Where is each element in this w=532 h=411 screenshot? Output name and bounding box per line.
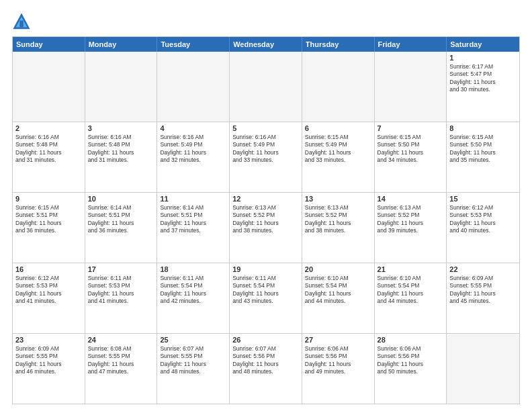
calendar-header: SundayMondayTuesdayWednesdayThursdayFrid… xyxy=(13,37,519,52)
calendar-cell xyxy=(447,334,519,404)
cell-info: Sunrise: 6:14 AM Sunset: 5:51 PM Dayligh… xyxy=(88,204,154,235)
cell-info: Sunrise: 6:11 AM Sunset: 5:54 PM Dayligh… xyxy=(232,275,299,306)
calendar-cell: 26Sunrise: 6:07 AM Sunset: 5:56 PM Dayli… xyxy=(230,334,302,404)
cell-info: Sunrise: 6:10 AM Sunset: 5:54 PM Dayligh… xyxy=(305,275,371,306)
cell-info: Sunrise: 6:07 AM Sunset: 5:56 PM Dayligh… xyxy=(232,345,299,376)
calendar-cell: 18Sunrise: 6:11 AM Sunset: 5:54 PM Dayli… xyxy=(157,263,230,333)
calendar-cell: 21Sunrise: 6:10 AM Sunset: 5:54 PM Dayli… xyxy=(375,263,447,333)
header xyxy=(12,12,520,31)
day-number: 20 xyxy=(305,265,371,273)
day-number: 18 xyxy=(160,265,226,273)
cell-info: Sunrise: 6:11 AM Sunset: 5:53 PM Dayligh… xyxy=(88,275,154,306)
calendar-cell: 28Sunrise: 6:06 AM Sunset: 5:56 PM Dayli… xyxy=(375,334,447,404)
day-number: 16 xyxy=(15,265,82,273)
calendar-cell: 27Sunrise: 6:06 AM Sunset: 5:56 PM Dayli… xyxy=(302,334,375,404)
day-number: 11 xyxy=(160,195,226,203)
calendar-cell xyxy=(302,52,375,122)
calendar-body: 1Sunrise: 6:17 AM Sunset: 5:47 PM Daylig… xyxy=(13,52,519,404)
day-number: 17 xyxy=(88,265,154,273)
weekday-header-saturday: Saturday xyxy=(447,37,519,52)
weekday-header-wednesday: Wednesday xyxy=(230,37,302,52)
day-number: 25 xyxy=(160,336,226,344)
calendar-cell: 3Sunrise: 6:16 AM Sunset: 5:48 PM Daylig… xyxy=(85,122,158,192)
weekday-header-thursday: Thursday xyxy=(302,37,375,52)
cell-info: Sunrise: 6:16 AM Sunset: 5:49 PM Dayligh… xyxy=(232,134,299,165)
calendar-row-1: 2Sunrise: 6:16 AM Sunset: 5:48 PM Daylig… xyxy=(13,122,519,192)
cell-info: Sunrise: 6:10 AM Sunset: 5:54 PM Dayligh… xyxy=(378,275,444,306)
cell-info: Sunrise: 6:15 AM Sunset: 5:51 PM Dayligh… xyxy=(15,204,82,235)
cell-info: Sunrise: 6:06 AM Sunset: 5:56 PM Dayligh… xyxy=(378,345,444,376)
calendar-cell xyxy=(230,52,302,122)
calendar-cell: 23Sunrise: 6:09 AM Sunset: 5:55 PM Dayli… xyxy=(13,334,85,404)
day-number: 2 xyxy=(15,124,82,132)
calendar-cell: 15Sunrise: 6:12 AM Sunset: 5:53 PM Dayli… xyxy=(447,193,519,263)
cell-info: Sunrise: 6:09 AM Sunset: 5:55 PM Dayligh… xyxy=(15,345,82,376)
calendar-row-3: 16Sunrise: 6:12 AM Sunset: 5:53 PM Dayli… xyxy=(13,263,519,333)
cell-info: Sunrise: 6:11 AM Sunset: 5:54 PM Dayligh… xyxy=(160,275,226,306)
cell-info: Sunrise: 6:17 AM Sunset: 5:47 PM Dayligh… xyxy=(449,63,517,94)
calendar-cell: 4Sunrise: 6:16 AM Sunset: 5:49 PM Daylig… xyxy=(157,122,230,192)
cell-info: Sunrise: 6:16 AM Sunset: 5:49 PM Dayligh… xyxy=(160,134,226,165)
day-number: 21 xyxy=(378,265,444,273)
weekday-header-sunday: Sunday xyxy=(13,37,85,52)
day-number: 10 xyxy=(88,195,154,203)
calendar-cell: 9Sunrise: 6:15 AM Sunset: 5:51 PM Daylig… xyxy=(13,193,85,263)
logo-icon xyxy=(12,12,31,31)
cell-info: Sunrise: 6:12 AM Sunset: 5:53 PM Dayligh… xyxy=(15,275,82,306)
day-number: 4 xyxy=(160,124,226,132)
calendar-cell: 16Sunrise: 6:12 AM Sunset: 5:53 PM Dayli… xyxy=(13,263,85,333)
weekday-header-friday: Friday xyxy=(375,37,447,52)
day-number: 23 xyxy=(15,336,82,344)
day-number: 3 xyxy=(88,124,154,132)
calendar-cell: 24Sunrise: 6:08 AM Sunset: 5:55 PM Dayli… xyxy=(85,334,158,404)
calendar-row-2: 9Sunrise: 6:15 AM Sunset: 5:51 PM Daylig… xyxy=(13,192,519,263)
calendar-cell: 14Sunrise: 6:13 AM Sunset: 5:52 PM Dayli… xyxy=(375,193,447,263)
page: SundayMondayTuesdayWednesdayThursdayFrid… xyxy=(0,0,532,411)
day-number: 27 xyxy=(305,336,371,344)
calendar-cell: 25Sunrise: 6:07 AM Sunset: 5:55 PM Dayli… xyxy=(157,334,230,404)
calendar-cell xyxy=(375,52,447,122)
calendar-cell: 2Sunrise: 6:16 AM Sunset: 5:48 PM Daylig… xyxy=(13,122,85,192)
cell-info: Sunrise: 6:15 AM Sunset: 5:50 PM Dayligh… xyxy=(449,134,517,165)
logo xyxy=(12,12,34,31)
calendar-row-4: 23Sunrise: 6:09 AM Sunset: 5:55 PM Dayli… xyxy=(13,333,519,404)
calendar-cell: 13Sunrise: 6:13 AM Sunset: 5:52 PM Dayli… xyxy=(302,193,375,263)
cell-info: Sunrise: 6:13 AM Sunset: 5:52 PM Dayligh… xyxy=(232,204,299,235)
day-number: 14 xyxy=(378,195,444,203)
day-number: 8 xyxy=(449,124,517,132)
day-number: 5 xyxy=(232,124,299,132)
cell-info: Sunrise: 6:09 AM Sunset: 5:55 PM Dayligh… xyxy=(449,275,517,306)
cell-info: Sunrise: 6:16 AM Sunset: 5:48 PM Dayligh… xyxy=(15,134,82,165)
calendar-cell: 10Sunrise: 6:14 AM Sunset: 5:51 PM Dayli… xyxy=(85,193,158,263)
calendar-cell: 8Sunrise: 6:15 AM Sunset: 5:50 PM Daylig… xyxy=(447,122,519,192)
weekday-header-monday: Monday xyxy=(85,37,158,52)
calendar-cell: 11Sunrise: 6:14 AM Sunset: 5:51 PM Dayli… xyxy=(157,193,230,263)
cell-info: Sunrise: 6:06 AM Sunset: 5:56 PM Dayligh… xyxy=(305,345,371,376)
svg-rect-2 xyxy=(19,21,24,28)
calendar-cell: 19Sunrise: 6:11 AM Sunset: 5:54 PM Dayli… xyxy=(230,263,302,333)
calendar-cell: 5Sunrise: 6:16 AM Sunset: 5:49 PM Daylig… xyxy=(230,122,302,192)
calendar-cell: 12Sunrise: 6:13 AM Sunset: 5:52 PM Dayli… xyxy=(230,193,302,263)
cell-info: Sunrise: 6:14 AM Sunset: 5:51 PM Dayligh… xyxy=(160,204,226,235)
cell-info: Sunrise: 6:07 AM Sunset: 5:55 PM Dayligh… xyxy=(160,345,226,376)
day-number: 7 xyxy=(378,124,444,132)
calendar-cell: 17Sunrise: 6:11 AM Sunset: 5:53 PM Dayli… xyxy=(85,263,158,333)
calendar-cell xyxy=(157,52,230,122)
calendar-cell xyxy=(13,52,85,122)
day-number: 15 xyxy=(449,195,517,203)
calendar-cell: 1Sunrise: 6:17 AM Sunset: 5:47 PM Daylig… xyxy=(447,52,519,122)
day-number: 1 xyxy=(449,54,517,62)
day-number: 6 xyxy=(305,124,371,132)
cell-info: Sunrise: 6:15 AM Sunset: 5:49 PM Dayligh… xyxy=(305,134,371,165)
day-number: 26 xyxy=(232,336,299,344)
calendar-row-0: 1Sunrise: 6:17 AM Sunset: 5:47 PM Daylig… xyxy=(13,52,519,122)
day-number: 22 xyxy=(449,265,517,273)
cell-info: Sunrise: 6:13 AM Sunset: 5:52 PM Dayligh… xyxy=(378,204,444,235)
calendar-cell: 20Sunrise: 6:10 AM Sunset: 5:54 PM Dayli… xyxy=(302,263,375,333)
day-number: 13 xyxy=(305,195,371,203)
calendar-cell: 6Sunrise: 6:15 AM Sunset: 5:49 PM Daylig… xyxy=(302,122,375,192)
cell-info: Sunrise: 6:13 AM Sunset: 5:52 PM Dayligh… xyxy=(305,204,371,235)
weekday-header-tuesday: Tuesday xyxy=(157,37,230,52)
calendar: SundayMondayTuesdayWednesdayThursdayFrid… xyxy=(12,36,520,404)
cell-info: Sunrise: 6:12 AM Sunset: 5:53 PM Dayligh… xyxy=(449,204,517,235)
